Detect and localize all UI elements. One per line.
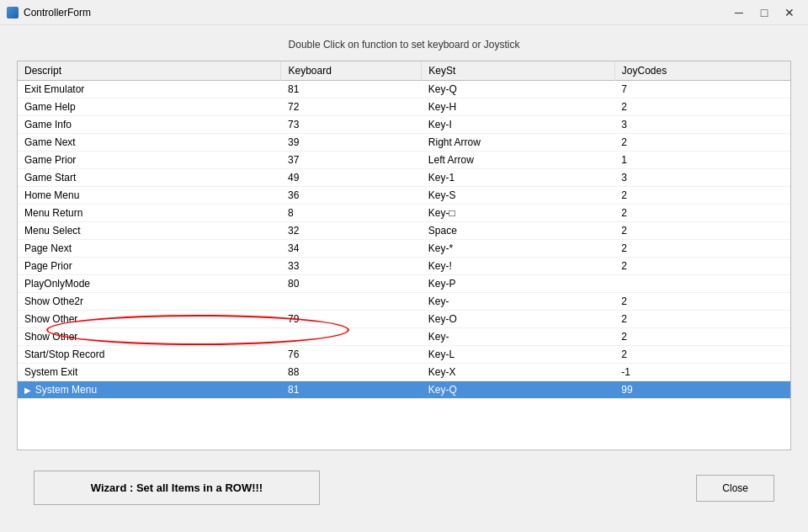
- table-row[interactable]: Page Next34Key-*2: [18, 240, 790, 258]
- wizard-button[interactable]: Wizard : Set all Items in a ROW!!!: [34, 471, 320, 505]
- cell-keyboard: 76: [281, 346, 422, 364]
- cell-keyst: Key-P: [422, 275, 614, 293]
- table-row[interactable]: Game Info73Key-I3: [18, 116, 790, 134]
- cell-keyboard: [281, 328, 422, 346]
- cell-keyboard: 32: [281, 222, 422, 240]
- cell-joycodes: 2: [614, 222, 790, 240]
- cell-joycodes: 1: [614, 152, 790, 169]
- cell-joycodes: 2: [614, 205, 790, 222]
- cell-joycodes: 99: [614, 381, 790, 399]
- cell-keyst: Key-I: [422, 116, 614, 134]
- close-button[interactable]: Close: [696, 475, 774, 502]
- cell-keyst: Key-Q: [422, 381, 614, 399]
- table-wrapper[interactable]: Descript Keyboard KeySt JoyCodes Exit Em…: [18, 61, 790, 450]
- cell-keyst: Key-L: [422, 346, 614, 364]
- cell-keyboard: 49: [281, 169, 422, 187]
- cell-joycodes: 2: [614, 134, 790, 152]
- table-row[interactable]: Menu Return8Key-□2: [18, 205, 790, 222]
- cell-joycodes: 7: [614, 81, 790, 98]
- cell-keyst: Key-: [422, 328, 614, 346]
- main-content: Double Click on function to set keyboard…: [0, 25, 808, 532]
- cell-joycodes: -1: [614, 364, 790, 381]
- table-row[interactable]: Page Prior33Key-!2: [18, 258, 790, 275]
- cell-joycodes: 2: [614, 346, 790, 364]
- app-icon: [7, 7, 19, 19]
- col-header-keyboard: Keyboard: [281, 61, 422, 81]
- cell-keyst: Key-*: [422, 240, 614, 258]
- table-row[interactable]: ▶ System Menu81Key-Q99: [18, 381, 790, 399]
- cell-joycodes: 2: [614, 293, 790, 311]
- cell-keyboard: 72: [281, 98, 422, 116]
- bottom-bar: Wizard : Set all Items in a ROW!!! Close: [17, 457, 791, 519]
- cell-descript: Menu Return: [18, 205, 281, 222]
- cell-joycodes: [614, 275, 790, 293]
- cell-descript: Page Prior: [18, 258, 281, 275]
- table-container: Descript Keyboard KeySt JoyCodes Exit Em…: [17, 61, 791, 450]
- cell-joycodes: 2: [614, 187, 790, 205]
- cell-joycodes: 2: [614, 328, 790, 346]
- cell-keyst: Key-Q: [422, 81, 614, 98]
- table-row[interactable]: Show Othe2rKey-2: [18, 293, 790, 311]
- table-row[interactable]: Home Menu36Key-S2: [18, 187, 790, 205]
- title-bar-left: ControllerForm: [7, 7, 91, 19]
- table-row[interactable]: Show Other79Key-O2: [18, 311, 790, 328]
- cell-descript: Game Next: [18, 134, 281, 152]
- cell-descript: Game Prior: [18, 152, 281, 169]
- col-header-keyst: KeySt: [422, 61, 614, 81]
- cell-descript: Game Start: [18, 169, 281, 187]
- close-window-button[interactable]: ✕: [778, 4, 801, 21]
- cell-keyboard: 73: [281, 116, 422, 134]
- cell-descript: Home Menu: [18, 187, 281, 205]
- table-row[interactable]: System Exit88Key-X-1: [18, 364, 790, 381]
- table-row[interactable]: Game Next39Right Arrow2: [18, 134, 790, 152]
- minimize-button[interactable]: ─: [727, 4, 751, 21]
- table-header-row: Descript Keyboard KeySt JoyCodes: [18, 61, 790, 81]
- cell-descript: Menu Select: [18, 222, 281, 240]
- cell-keyst: Key-!: [422, 258, 614, 275]
- cell-keyst: Key-H: [422, 98, 614, 116]
- table-row[interactable]: Game Help72Key-H2: [18, 98, 790, 116]
- table-row[interactable]: Exit Emulator81Key-Q7: [18, 81, 790, 98]
- cell-keyst: Key-X: [422, 364, 614, 381]
- window-title: ControllerForm: [24, 7, 91, 19]
- cell-keyboard: 34: [281, 240, 422, 258]
- table-row[interactable]: Game Prior37Left Arrow1: [18, 152, 790, 169]
- cell-joycodes: 3: [614, 169, 790, 187]
- table-row[interactable]: PlayOnlyMode80Key-P: [18, 275, 790, 293]
- table-row[interactable]: Game Start49Key-13: [18, 169, 790, 187]
- cell-keyboard: 80: [281, 275, 422, 293]
- cell-keyboard: 33: [281, 258, 422, 275]
- cell-keyst: Key-: [422, 293, 614, 311]
- cell-keyboard: 88: [281, 364, 422, 381]
- cell-keyst: Key-1: [422, 169, 614, 187]
- controller-table: Descript Keyboard KeySt JoyCodes Exit Em…: [18, 61, 790, 399]
- cell-descript: ▶ System Menu: [18, 381, 281, 399]
- cell-keyboard: 39: [281, 134, 422, 152]
- cell-keyboard: 8: [281, 205, 422, 222]
- cell-joycodes: 2: [614, 240, 790, 258]
- cell-descript: Game Help: [18, 98, 281, 116]
- cell-descript: Game Info: [18, 116, 281, 134]
- cell-descript: Exit Emulator: [18, 81, 281, 98]
- cell-joycodes: 2: [614, 258, 790, 275]
- col-header-joycodes: JoyCodes: [614, 61, 790, 81]
- cell-keyst: Key-S: [422, 187, 614, 205]
- table-body: Exit Emulator81Key-Q7Game Help72Key-H2Ga…: [18, 81, 790, 399]
- cell-descript: Show Other: [18, 311, 281, 328]
- table-row[interactable]: Start/Stop Record76Key-L2: [18, 346, 790, 364]
- cell-joycodes: 3: [614, 116, 790, 134]
- cell-joycodes: 2: [614, 98, 790, 116]
- cell-keyst: Right Arrow: [422, 134, 614, 152]
- cell-descript: System Exit: [18, 364, 281, 381]
- maximize-button[interactable]: □: [752, 4, 776, 21]
- cell-descript: Show Other: [18, 328, 281, 346]
- table-row[interactable]: Menu Select32Space2: [18, 222, 790, 240]
- cell-keyboard: 81: [281, 381, 422, 399]
- cell-descript: PlayOnlyMode: [18, 275, 281, 293]
- table-row[interactable]: Show OtherKey-2: [18, 328, 790, 346]
- cell-descript: Page Next: [18, 240, 281, 258]
- cell-keyboard: 79: [281, 311, 422, 328]
- cell-keyboard: 36: [281, 187, 422, 205]
- cell-keyboard: 37: [281, 152, 422, 169]
- col-header-descript: Descript: [18, 61, 281, 81]
